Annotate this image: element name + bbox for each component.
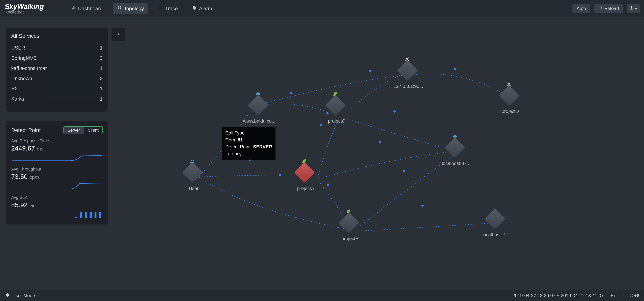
service-name: Kafka bbox=[11, 96, 24, 102]
rt-sparkline bbox=[11, 154, 103, 162]
svg-point-11 bbox=[421, 205, 424, 207]
svg-point-6 bbox=[454, 68, 456, 70]
service-row[interactable]: USER1 bbox=[11, 45, 103, 51]
service-count: 2 bbox=[100, 75, 103, 81]
alarm-icon bbox=[192, 5, 196, 11]
node-projectB[interactable]: projectB bbox=[342, 215, 358, 241]
service-row[interactable]: SpringMVC3 bbox=[11, 55, 103, 61]
nav-topology-label: Topology bbox=[124, 5, 144, 11]
nav-dashboard-label: Dashboard bbox=[78, 5, 103, 11]
service-row[interactable]: H21 bbox=[11, 86, 103, 92]
tp-sparkline bbox=[11, 182, 103, 190]
node-lhneg1[interactable]: H2 localhost:-1... bbox=[482, 212, 510, 237]
sla-sparkbar bbox=[11, 211, 103, 218]
brand: SkyWalking Rocketbot bbox=[4, 2, 44, 15]
utc-label[interactable]: UTC +8 bbox=[623, 293, 639, 298]
rt-label: Avg Response Time bbox=[11, 138, 103, 143]
user-icon bbox=[629, 6, 634, 11]
service-name: USER bbox=[11, 45, 25, 51]
node-projectD[interactable]: projectD bbox=[502, 88, 519, 114]
reload-icon bbox=[598, 6, 602, 11]
gear-icon[interactable] bbox=[5, 293, 10, 299]
tip-lat-label: Latency: bbox=[225, 151, 243, 156]
sla-value: 85.92 bbox=[11, 201, 28, 209]
sla-label: Avg SLA bbox=[11, 195, 103, 200]
service-name: SpringMVC bbox=[11, 55, 37, 61]
node-projectC[interactable]: projectC bbox=[328, 98, 345, 124]
nav-alarm-label: Alarm bbox=[199, 5, 212, 11]
svg-point-9 bbox=[327, 183, 329, 186]
toggle-server[interactable]: Server bbox=[64, 127, 84, 134]
svg-rect-25 bbox=[85, 212, 87, 218]
nav-trace[interactable]: Trace bbox=[154, 3, 182, 14]
brand-sub: Rocketbot bbox=[5, 10, 44, 15]
rt-unit: ms bbox=[37, 146, 44, 152]
node-projectD-label: projectD bbox=[502, 109, 519, 114]
tip-dp-label: Detect Point: bbox=[225, 144, 252, 149]
sla-unit: % bbox=[30, 203, 34, 208]
svg-point-1 bbox=[278, 174, 281, 176]
auto-toggle[interactable]: Auto bbox=[572, 4, 590, 13]
service-row[interactable]: Unknown2 bbox=[11, 75, 103, 81]
all-services-panel: All Services USER1SpringMVC3kafka-consum… bbox=[6, 27, 108, 112]
toggle-client[interactable]: Client bbox=[84, 127, 102, 134]
rt-value: 2449.67 bbox=[11, 145, 35, 152]
svg-rect-28 bbox=[99, 212, 101, 218]
nav-dashboard[interactable]: Dashboard bbox=[67, 3, 107, 14]
primary-nav: Dashboard Topology Trace Alarm bbox=[67, 3, 216, 14]
all-services-title: All Services bbox=[11, 33, 103, 39]
time-range[interactable]: 2019-04-27 18:26:07 ~ 2019-04-27 18:41:0… bbox=[512, 293, 604, 298]
node-127[interactable]: 127.0.0.1:90... bbox=[394, 63, 423, 89]
service-row[interactable]: Kafka1 bbox=[11, 96, 103, 102]
node-user-label: User bbox=[189, 186, 199, 191]
tip-calltype-label: Call Type: bbox=[225, 130, 246, 135]
chevron-left-icon bbox=[116, 32, 120, 37]
bottom-bar: User Mode 2019-04-27 18:26:07 ~ 2019-04-… bbox=[0, 290, 644, 301]
nav-trace-label: Trace bbox=[165, 5, 178, 11]
service-name: Unknown bbox=[11, 75, 32, 81]
node-projectC-label: projectC bbox=[328, 118, 345, 124]
tp-label: Avg Throughput bbox=[11, 167, 103, 172]
svg-point-12 bbox=[320, 124, 322, 126]
tp-unit: cpm bbox=[30, 174, 39, 180]
user-mode-label[interactable]: User Mode bbox=[12, 293, 35, 298]
topology-icon bbox=[117, 5, 122, 11]
svg-point-7 bbox=[403, 170, 405, 172]
node-projectA[interactable]: projectA bbox=[297, 165, 314, 191]
tip-cpm-label: Cpm: bbox=[225, 137, 236, 142]
node-baidu[interactable]: www.baidu.co... bbox=[243, 98, 276, 124]
detect-point-title: Detect Point bbox=[11, 127, 41, 133]
service-name: H2 bbox=[11, 86, 18, 92]
service-count: 1 bbox=[100, 45, 103, 51]
collapse-side-button[interactable] bbox=[112, 27, 125, 41]
tip-dp: SERVER bbox=[253, 144, 272, 149]
lang-select[interactable]: En bbox=[610, 293, 616, 298]
service-name: kafka-consumer bbox=[11, 65, 47, 71]
auto-label: Auto bbox=[577, 6, 586, 11]
server-client-toggle[interactable]: Server Client bbox=[64, 126, 103, 134]
edge-tooltip: Call Type: Cpm: 81 Detect Point: SERVER … bbox=[222, 127, 276, 160]
nav-alarm[interactable]: Alarm bbox=[188, 3, 216, 14]
node-user[interactable]: User bbox=[185, 165, 202, 191]
svg-point-3 bbox=[290, 92, 292, 94]
svg-point-4 bbox=[394, 110, 396, 113]
service-row[interactable]: kafka-consumer1 bbox=[11, 65, 103, 71]
user-menu[interactable] bbox=[627, 4, 640, 13]
node-lh87[interactable]: localhost:87... bbox=[442, 140, 470, 166]
svg-point-5 bbox=[369, 70, 372, 72]
node-lhneg1-label: localhost:-1... bbox=[482, 232, 510, 237]
svg-point-10 bbox=[379, 141, 381, 143]
service-count: 1 bbox=[100, 65, 103, 71]
svg-rect-24 bbox=[80, 212, 82, 218]
service-count: 1 bbox=[100, 96, 103, 102]
nav-topology[interactable]: Topology bbox=[113, 3, 148, 14]
svg-rect-23 bbox=[75, 217, 77, 218]
service-count: 3 bbox=[100, 55, 103, 61]
chart-icon bbox=[71, 5, 76, 11]
main-area: User www.baidu.co... projectC bbox=[0, 17, 644, 290]
svg-rect-27 bbox=[94, 212, 96, 218]
reload-button[interactable]: Reload bbox=[594, 4, 623, 13]
node-lh87-label: localhost:87... bbox=[442, 161, 470, 166]
top-bar: SkyWalking Rocketbot Dashboard Topology … bbox=[0, 0, 644, 17]
tp-value: 73.50 bbox=[11, 173, 28, 180]
